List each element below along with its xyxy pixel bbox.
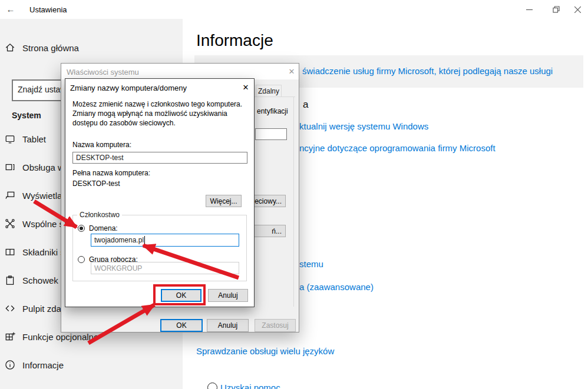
tab-page-border [253,97,295,97]
sidebar-item-label: Tablet [22,134,46,144]
update-windows-link[interactable]: ktualnij wersję systemu Windows [299,121,428,131]
more-button[interactable]: Więcej... [206,195,242,207]
back-button[interactable]: ← [2,4,19,15]
domain-input-value: twojadomena.pl [94,236,144,244]
ok-button[interactable]: OK [161,289,201,302]
domain-radio-label: Domena: [89,224,118,232]
system-properties-title: Właściwości systemu [67,68,139,77]
optional-features-icon [5,331,15,342]
settings-titlebar: ← Ustawienia [0,0,588,19]
minimize-button[interactable] [516,0,543,19]
section-heading-fragment: a [303,99,308,111]
shared-experiences-icon [5,218,15,229]
advanced-settings-link[interactable]: a (zaawansowane) [299,282,374,292]
multitasking-icon [5,162,15,172]
sidebar-item-label: Funkcje opcjonalne [22,332,98,342]
sidebar-item-home[interactable]: Strona główna [0,34,183,62]
projecting-icon [5,190,15,201]
sidebar-item-label: Schowek [22,275,58,285]
workgroup-input-value: WORKGROUP [94,264,142,272]
dialog-title: Zmiany nazwy komputera/domeny [70,84,187,92]
domain-input[interactable]: twojadomena.pl [91,234,239,247]
sidebar-item-label: Składniki s [22,247,65,257]
sidebar-item-label: Informacje [22,360,64,370]
sidebar-item-label: Obsługa w [22,162,64,172]
info-icon [5,360,15,370]
close-button[interactable] [567,0,588,19]
text-caret [144,236,145,244]
language-support-link[interactable]: Sprawdzanie obsługi wielu języków [196,346,334,356]
cancel-button[interactable]: Anuluj [207,319,249,332]
cancel-button[interactable]: Anuluj [208,289,248,302]
tab-remote[interactable]: Zdalny [256,85,282,97]
sidebar-item-label: Wspólne ś [22,219,64,229]
full-name-label: Pełna nazwa komputera: [72,169,150,177]
system-protection-link[interactable]: stemu [299,259,323,269]
workgroup-radio[interactable] [78,256,85,263]
restore-icon [553,6,560,13]
identification-text-fragment: entyfikacji [257,107,288,115]
computer-name-value: DESKTOP-test [76,154,123,162]
workgroup-input: WORKGROUP [91,262,239,274]
remote-desktop-icon [5,303,15,314]
sidebar-section-title: System [12,111,41,120]
close-icon[interactable]: ✕ [240,82,251,93]
get-help-link[interactable]: Uzyskaj pomoc [220,383,280,389]
sidebar-item-about[interactable]: Informacje [0,351,183,379]
home-icon [5,42,15,53]
clipboard-icon [5,275,15,285]
ok-button[interactable]: OK [160,319,203,332]
restore-button[interactable] [543,0,570,19]
computer-name-label: Nazwa komputera: [72,141,131,149]
system-components-icon [5,247,15,257]
page-title: Informacje [196,31,273,50]
domain-radio[interactable] [78,225,85,232]
sidebar-item-label: Strona główna [22,43,79,53]
full-name-value: DESKTOP-test [72,179,120,188]
close-icon [574,6,581,13]
minimize-icon [526,6,533,13]
dialog-description: Możesz zmienić nazwę i członkostwo tego … [72,100,248,128]
license-terms-link[interactable]: ncyjne dotyczące oprogramowania firmy Mi… [299,143,495,153]
membership-label: Członkostwo [77,211,122,219]
domain-change-dialog: Zmiany nazwy komputera/domeny ✕ Możesz z… [65,78,255,307]
window-title: Ustawienia [29,5,67,14]
help-icon [207,383,217,389]
close-icon[interactable]: ✕ [286,67,297,77]
system-properties-titlebar[interactable]: Właściwości systemu ✕ [61,64,299,79]
tablet-icon [5,134,15,144]
tab-page-border [293,97,294,307]
services-agreement-link[interactable]: świadczenie usług firmy Microsoft, które… [302,66,553,76]
sidebar-item-label: Pulpit zdal [22,304,63,314]
apply-button: Zastosuj [255,319,296,332]
computer-description-field-fragment[interactable] [255,128,287,140]
computer-name-input[interactable]: DESKTOP-test [72,152,247,164]
